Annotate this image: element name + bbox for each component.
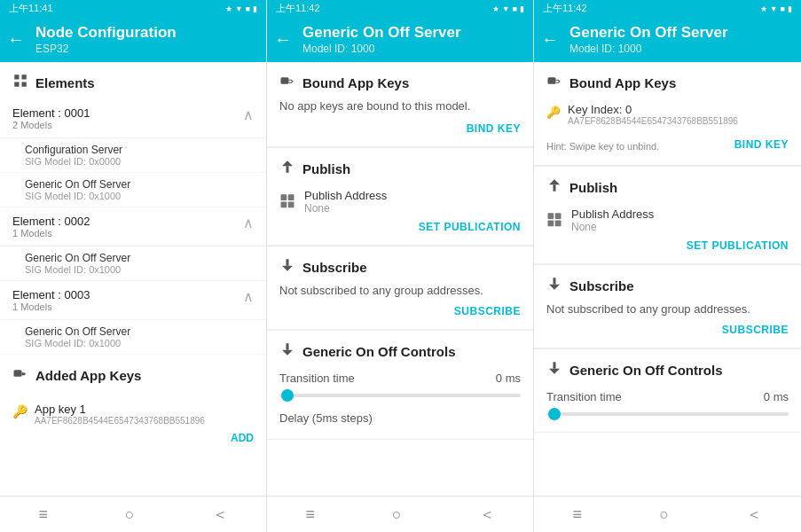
model-onoff-0003[interactable]: Generic On Off Server SIG Model ID: 0x10…	[0, 320, 266, 355]
svg-rect-5	[281, 77, 289, 84]
topbar-mid: ← Generic On Off Server Model ID: 1000	[267, 17, 533, 62]
subscribe-btn-right[interactable]: SUBSCRIBE	[722, 320, 789, 340]
collapse-0002-icon[interactable]: ∧	[243, 215, 254, 231]
app-key-list: 🔑 App key 1 AA7EF8628B4544E6547343768BB5…	[0, 392, 266, 452]
svg-rect-12	[287, 343, 289, 350]
bind-key-btn-mid[interactable]: BIND KEY	[467, 119, 521, 138]
right-transition-slider[interactable]	[546, 407, 789, 421]
topbar-subtitle-left: ESP32	[35, 43, 177, 55]
time-mid: 上午11:42	[276, 2, 320, 15]
mid-publish-address-row: Publish Address None	[279, 185, 521, 218]
element-0001-models: 2 Models	[12, 120, 90, 130]
svg-rect-0	[14, 74, 19, 79]
publish-addr-value-mid: None	[304, 202, 387, 215]
collapse-0001-icon[interactable]: ∧	[243, 106, 254, 123]
element-0003[interactable]: Element : 0003 1 Models ∧	[0, 281, 266, 320]
svg-rect-13	[548, 77, 556, 84]
subscribe-icon-mid	[279, 257, 295, 277]
back-button-right[interactable]: ←	[541, 29, 559, 50]
app-key-1-hash: AA7EF8628B4544E6547343768BB551896	[35, 416, 205, 426]
model-config-name: Configuration Server	[25, 144, 254, 156]
right-panel-content: Bound App Keys 🔑 Key Index: 0 AA7EF8628B…	[534, 62, 801, 496]
publish-addr-label-mid: Publish Address	[304, 189, 387, 202]
bound-keys-title-mid: Bound App Keys	[302, 75, 409, 90]
subscribe-btn-mid[interactable]: SUBSCRIBE	[454, 301, 521, 321]
publish-title-mid: Publish	[302, 161, 350, 176]
bottom-nav-left: ≡ ○ ＜	[0, 496, 266, 532]
svg-rect-18	[555, 220, 561, 226]
topbar-right: ← Generic On Off Server Model ID: 1000	[534, 17, 801, 62]
publish-addr-label-right: Publish Address	[571, 207, 654, 221]
publish-addr-icon-mid	[279, 192, 295, 212]
signal-icon-mid: ■	[513, 4, 517, 13]
controls-title-right: Generic On Off Controls	[569, 363, 723, 378]
transition-value-right: 0 ms	[764, 390, 789, 403]
back-button-mid[interactable]: ←	[274, 29, 292, 50]
back-icon-right[interactable]: ＜	[746, 504, 762, 525]
menu-icon-mid[interactable]: ≡	[305, 505, 315, 524]
elements-icon	[12, 73, 28, 92]
added-app-keys-header: Added App Keys	[0, 355, 266, 392]
left-panel: 上午11:41 ★ ▼ ■ ▮ ← Node Configuration ESP…	[0, 0, 267, 532]
element-0002[interactable]: Element : 0002 1 Models ∧	[0, 207, 266, 246]
bt-icon-mid: ★	[492, 4, 499, 13]
add-key-button[interactable]: ADD	[231, 425, 254, 451]
menu-icon-left[interactable]: ≡	[38, 505, 48, 524]
mid-subscribe: Subscribe Not subscribed to any group ad…	[267, 246, 533, 330]
statusbar-icons-right: ★ ▼ ■ ▮	[760, 4, 792, 13]
home-icon-mid[interactable]: ○	[392, 505, 402, 524]
right-key-index-row: 🔑 Key Index: 0 AA7EF8628B4544E6547343768…	[546, 99, 789, 129]
model-onoff-0001[interactable]: Generic On Off Server SIG Model ID: 0x10…	[0, 173, 266, 207]
statusbar-right: 上午11:42 ★ ▼ ■ ▮	[534, 0, 801, 17]
mid-controls: Generic On Off Controls Transition time …	[267, 331, 533, 440]
topbar-title-right: Generic On Off Server	[569, 24, 728, 42]
back-icon-mid[interactable]: ＜	[479, 504, 495, 525]
key-index-label: Key Index: 0	[568, 103, 738, 116]
home-icon-right[interactable]: ○	[659, 505, 669, 524]
controls-icon-mid	[279, 341, 295, 361]
model-onoff-0002[interactable]: Generic On Off Server SIG Model ID: 0x10…	[0, 246, 266, 281]
element-0002-name: Element : 0002	[12, 215, 90, 228]
model-onoff-0003-id: SIG Model ID: 0x1000	[25, 338, 254, 348]
bind-key-btn-right[interactable]: BIND KEY	[734, 135, 789, 154]
back-icon-left[interactable]: ＜	[212, 504, 228, 525]
right-subscribe: Subscribe Not subscribed to any group ad…	[534, 265, 801, 348]
right-controls: Generic On Off Controls Transition time …	[534, 349, 801, 433]
mid-transition-slider[interactable]	[279, 388, 521, 403]
back-button-left[interactable]: ←	[7, 29, 25, 50]
set-publication-btn-right[interactable]: SET PUBLICATION	[687, 236, 789, 255]
set-publication-btn-mid[interactable]: SET PUBLICATION	[419, 217, 521, 237]
svg-rect-4	[14, 370, 22, 377]
svg-rect-9	[281, 201, 287, 207]
home-icon-left[interactable]: ○	[125, 505, 135, 524]
model-onoff-0001-id: SIG Model ID: 0x1000	[25, 191, 254, 201]
statusbar-mid: 上午11:42 ★ ▼ ■ ▮	[267, 0, 533, 17]
right-transition-row: Transition time 0 ms	[546, 387, 789, 407]
app-key-1-name: App key 1	[35, 403, 205, 416]
bound-keys-title-right: Bound App Keys	[569, 75, 676, 90]
model-onoff-0001-name: Generic On Off Server	[25, 178, 254, 191]
wifi-icon-right: ▼	[770, 4, 778, 13]
element-0002-models: 1 Models	[12, 228, 90, 239]
right-publish: Publish Publish Address None SET PUBLICA…	[534, 167, 801, 264]
battery-icon-mid: ▮	[520, 4, 524, 13]
menu-icon-right[interactable]: ≡	[573, 505, 583, 524]
element-0001-name: Element : 0001	[12, 106, 90, 120]
topbar-title-left: Node Configuration	[35, 24, 177, 42]
signal-icon-left: ■	[246, 4, 250, 13]
delay-label-mid: Delay (5ms steps)	[279, 411, 373, 425]
model-config-id: SIG Model ID: 0x0000	[25, 156, 254, 167]
key-icon: 🔑	[12, 404, 27, 419]
model-config-server[interactable]: Configuration Server SIG Model ID: 0x000…	[0, 138, 266, 173]
statusbar-icons-left: ★ ▼ ■ ▮	[225, 4, 257, 13]
no-keys-text-mid: No app keys are bound to this model.	[279, 99, 521, 113]
mid-delay-row: Delay (5ms steps)	[279, 408, 521, 428]
key-hash-right: AA7EF8628B4544E6547343768BB551896	[568, 116, 738, 126]
element-0003-models: 1 Models	[12, 301, 90, 312]
svg-rect-20	[554, 362, 556, 369]
subscribe-title-right: Subscribe	[569, 278, 634, 293]
collapse-0003-icon[interactable]: ∧	[243, 288, 254, 305]
element-0001[interactable]: Element : 0001 2 Models ∧	[0, 99, 266, 138]
svg-rect-8	[288, 194, 294, 200]
mid-transition-row: Transition time 0 ms	[279, 368, 521, 388]
